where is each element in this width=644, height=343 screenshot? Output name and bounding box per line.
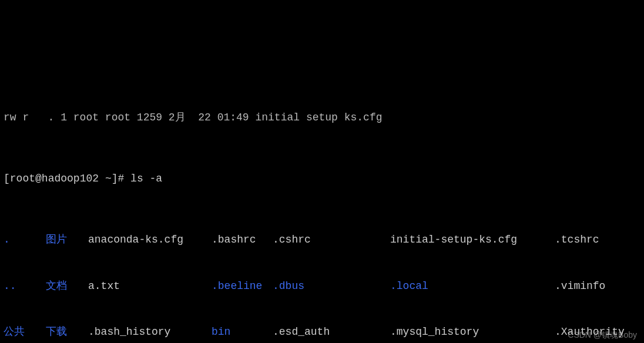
ls-entry: .viminfo bbox=[555, 278, 640, 294]
command-ls: ls -a bbox=[130, 173, 162, 184]
prompt-at: @ bbox=[35, 173, 42, 184]
ls-entry: .tcshrc bbox=[555, 232, 640, 247]
ls-entry: initial-setup-ks.cfg bbox=[390, 232, 555, 247]
ls-entry: . bbox=[4, 232, 46, 247]
ls-entry: .beeline bbox=[212, 278, 273, 294]
ls-entry: .. bbox=[4, 278, 46, 294]
prompt-user: root bbox=[10, 173, 35, 184]
ls-entry: .cshrc bbox=[273, 232, 390, 247]
partial-prev-line: rw r . 1 root root 1259 2月 22 01:49 init… bbox=[4, 110, 640, 125]
prompt-line-ls[interactable]: [root@hadoop102 ~]# ls -a bbox=[4, 171, 640, 186]
ls-entry: 公共 bbox=[4, 324, 46, 339]
ls-entry: 图片 bbox=[46, 232, 88, 247]
ls-entry: .bash_history bbox=[88, 324, 212, 339]
prompt-host: hadoop102 bbox=[42, 173, 99, 184]
ls-entry: .mysql_history bbox=[390, 324, 555, 339]
ls-entry: .local bbox=[390, 278, 555, 294]
prompt-bracket-close: ]# bbox=[112, 173, 130, 184]
ls-entry: 下载 bbox=[46, 324, 88, 339]
prompt-path: ~ bbox=[105, 173, 112, 184]
ls-entry: .dbus bbox=[273, 278, 390, 294]
watermark: CSDN @镇魂Boby bbox=[568, 329, 637, 341]
terminal-output: rw r . 1 root root 1259 2月 22 01:49 init… bbox=[4, 63, 640, 343]
ls-entry: bin bbox=[212, 324, 273, 339]
ls-entry: a.txt bbox=[88, 278, 212, 294]
ls-entry: 文档 bbox=[46, 278, 88, 294]
ls-row: .. 文档 a.txt .beeline .dbus .local .vimin… bbox=[4, 278, 640, 294]
ls-entry: .bashrc bbox=[212, 232, 273, 247]
ls-row: 公共 下载 .bash_history bin .esd_auth .mysql… bbox=[4, 324, 640, 339]
prompt-bracket-open: [ bbox=[4, 173, 10, 184]
ls-row: . 图片 anaconda-ks.cfg .bashrc .cshrc init… bbox=[4, 232, 640, 247]
ls-entry: .esd_auth bbox=[273, 324, 390, 339]
ls-entry: anaconda-ks.cfg bbox=[88, 232, 212, 247]
